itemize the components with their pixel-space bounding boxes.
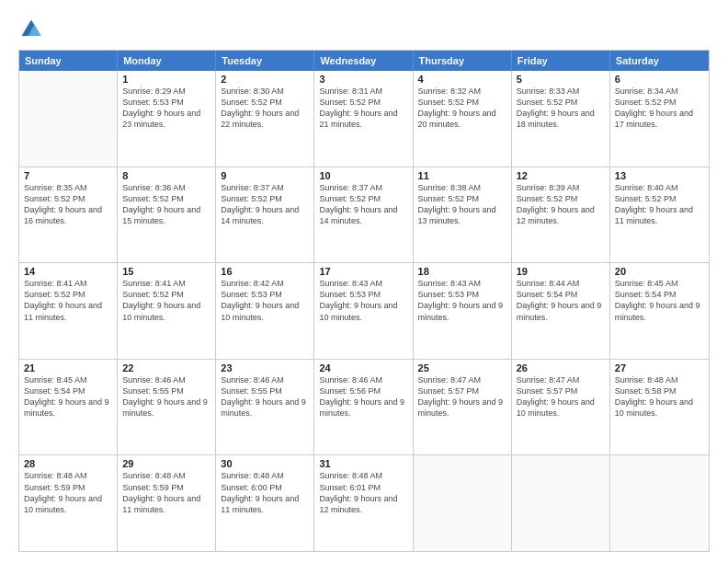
calendar-cell: 6Sunrise: 8:34 AMSunset: 5:52 PMDaylight… xyxy=(610,71,709,167)
daylight-text: Daylight: 9 hours and 12 minutes. xyxy=(319,493,407,515)
sunset-text: Sunset: 5:59 PM xyxy=(122,482,210,493)
day-number: 5 xyxy=(517,74,605,85)
calendar-cell: 2Sunrise: 8:30 AMSunset: 5:52 PMDaylight… xyxy=(216,71,314,167)
sunrise-text: Sunrise: 8:48 AM xyxy=(615,374,704,385)
sunrise-text: Sunrise: 8:37 AM xyxy=(319,182,407,193)
day-number: 22 xyxy=(122,362,210,373)
day-number: 17 xyxy=(319,266,407,277)
daylight-text: Daylight: 9 hours and 10 minutes. xyxy=(122,300,210,322)
sunrise-text: Sunrise: 8:34 AM xyxy=(615,86,704,97)
calendar-cell xyxy=(512,455,610,551)
calendar-cell: 31Sunrise: 8:48 AMSunset: 6:01 PMDayligh… xyxy=(314,455,413,551)
calendar-cell: 15Sunrise: 8:41 AMSunset: 5:52 PMDayligh… xyxy=(118,263,216,359)
sunset-text: Sunset: 5:52 PM xyxy=(319,193,407,204)
day-number: 6 xyxy=(615,74,704,85)
logo xyxy=(18,17,48,42)
day-number: 28 xyxy=(24,458,112,469)
calendar-cell xyxy=(19,71,118,167)
day-number: 15 xyxy=(122,266,210,277)
sunrise-text: Sunrise: 8:39 AM xyxy=(517,182,605,193)
day-number: 18 xyxy=(418,266,506,277)
sunset-text: Sunset: 5:54 PM xyxy=(517,289,605,300)
calendar-row: 1Sunrise: 8:29 AMSunset: 5:53 PMDaylight… xyxy=(19,71,709,167)
calendar-row: 7Sunrise: 8:35 AMSunset: 5:52 PMDaylight… xyxy=(19,167,709,263)
sunset-text: Sunset: 5:57 PM xyxy=(418,385,506,396)
sunset-text: Sunset: 5:52 PM xyxy=(418,193,506,204)
daylight-text: Daylight: 9 hours and 14 minutes. xyxy=(221,204,309,226)
day-number: 29 xyxy=(122,458,210,469)
calendar-cell: 23Sunrise: 8:46 AMSunset: 5:55 PMDayligh… xyxy=(216,360,314,455)
daylight-text: Daylight: 9 hours and 23 minutes. xyxy=(122,108,210,130)
daylight-text: Daylight: 9 hours and 17 minutes. xyxy=(615,108,704,130)
sunrise-text: Sunrise: 8:48 AM xyxy=(319,470,407,481)
calendar-cell: 17Sunrise: 8:43 AMSunset: 5:53 PMDayligh… xyxy=(314,263,413,359)
daylight-text: Daylight: 9 hours and 11 minutes. xyxy=(615,204,704,226)
sunrise-text: Sunrise: 8:42 AM xyxy=(221,278,309,289)
sunrise-text: Sunrise: 8:40 AM xyxy=(615,182,704,193)
sunset-text: Sunset: 5:59 PM xyxy=(24,482,112,493)
daylight-text: Daylight: 9 hours and 11 minutes. xyxy=(24,300,112,322)
sunrise-text: Sunrise: 8:33 AM xyxy=(517,86,605,97)
weekday-header: Saturday xyxy=(610,51,709,71)
calendar-cell: 8Sunrise: 8:36 AMSunset: 5:52 PMDaylight… xyxy=(118,167,216,263)
day-number: 20 xyxy=(615,266,704,277)
day-number: 25 xyxy=(418,362,506,373)
calendar-cell: 4Sunrise: 8:32 AMSunset: 5:52 PMDaylight… xyxy=(414,71,512,167)
page: SundayMondayTuesdayWednesdayThursdayFrid… xyxy=(0,0,728,563)
sunset-text: Sunset: 5:52 PM xyxy=(24,289,112,300)
weekday-header: Friday xyxy=(512,51,610,71)
sunrise-text: Sunrise: 8:30 AM xyxy=(221,86,309,97)
daylight-text: Daylight: 9 hours and 11 minutes. xyxy=(122,493,210,515)
daylight-text: Daylight: 9 hours and 20 minutes. xyxy=(418,108,506,130)
calendar-cell: 10Sunrise: 8:37 AMSunset: 5:52 PMDayligh… xyxy=(314,167,413,263)
sunset-text: Sunset: 5:52 PM xyxy=(221,97,309,108)
calendar-cell: 29Sunrise: 8:48 AMSunset: 5:59 PMDayligh… xyxy=(118,455,216,551)
sunrise-text: Sunrise: 8:32 AM xyxy=(418,86,506,97)
calendar-body: 1Sunrise: 8:29 AMSunset: 5:53 PMDaylight… xyxy=(19,71,709,551)
calendar-cell: 12Sunrise: 8:39 AMSunset: 5:52 PMDayligh… xyxy=(512,167,610,263)
day-number: 31 xyxy=(319,458,407,469)
daylight-text: Daylight: 9 hours and 9 minutes. xyxy=(122,396,210,419)
sunset-text: Sunset: 6:01 PM xyxy=(319,482,407,493)
daylight-text: Daylight: 9 hours and 10 minutes. xyxy=(24,493,112,515)
sunset-text: Sunset: 5:55 PM xyxy=(221,385,309,396)
daylight-text: Daylight: 9 hours and 22 minutes. xyxy=(221,108,309,130)
day-number: 7 xyxy=(24,170,112,181)
sunrise-text: Sunrise: 8:48 AM xyxy=(221,470,309,481)
daylight-text: Daylight: 9 hours and 9 minutes. xyxy=(319,396,407,419)
day-number: 26 xyxy=(517,362,605,373)
day-number: 10 xyxy=(319,170,407,181)
daylight-text: Daylight: 9 hours and 12 minutes. xyxy=(517,204,605,226)
day-number: 21 xyxy=(24,362,112,373)
day-number: 24 xyxy=(319,362,407,373)
sunset-text: Sunset: 5:52 PM xyxy=(517,97,605,108)
daylight-text: Daylight: 9 hours and 10 minutes. xyxy=(517,396,605,419)
day-number: 14 xyxy=(24,266,112,277)
sunrise-text: Sunrise: 8:47 AM xyxy=(418,374,506,385)
daylight-text: Daylight: 9 hours and 10 minutes. xyxy=(615,396,704,419)
day-number: 12 xyxy=(517,170,605,181)
calendar-cell: 11Sunrise: 8:38 AMSunset: 5:52 PMDayligh… xyxy=(414,167,512,263)
calendar-cell: 5Sunrise: 8:33 AMSunset: 5:52 PMDaylight… xyxy=(512,71,610,167)
day-number: 4 xyxy=(418,74,506,85)
day-number: 9 xyxy=(221,170,309,181)
daylight-text: Daylight: 9 hours and 11 minutes. xyxy=(221,493,309,515)
sunset-text: Sunset: 5:52 PM xyxy=(319,97,407,108)
calendar-cell: 13Sunrise: 8:40 AMSunset: 5:52 PMDayligh… xyxy=(610,167,709,263)
weekday-header: Sunday xyxy=(19,51,118,71)
calendar-cell: 22Sunrise: 8:46 AMSunset: 5:55 PMDayligh… xyxy=(118,360,216,455)
sunset-text: Sunset: 5:52 PM xyxy=(418,97,506,108)
weekday-header: Wednesday xyxy=(314,51,413,71)
sunrise-text: Sunrise: 8:46 AM xyxy=(221,374,309,385)
day-number: 16 xyxy=(221,266,309,277)
calendar-cell: 9Sunrise: 8:37 AMSunset: 5:52 PMDaylight… xyxy=(216,167,314,263)
sunset-text: Sunset: 5:53 PM xyxy=(319,289,407,300)
daylight-text: Daylight: 9 hours and 10 minutes. xyxy=(221,300,309,322)
sunrise-text: Sunrise: 8:36 AM xyxy=(122,182,210,193)
day-number: 11 xyxy=(418,170,506,181)
calendar-cell: 1Sunrise: 8:29 AMSunset: 5:53 PMDaylight… xyxy=(118,71,216,167)
sunrise-text: Sunrise: 8:47 AM xyxy=(517,374,605,385)
daylight-text: Daylight: 9 hours and 9 minutes. xyxy=(24,396,112,419)
sunset-text: Sunset: 5:53 PM xyxy=(418,289,506,300)
calendar-cell: 27Sunrise: 8:48 AMSunset: 5:58 PMDayligh… xyxy=(610,360,709,455)
